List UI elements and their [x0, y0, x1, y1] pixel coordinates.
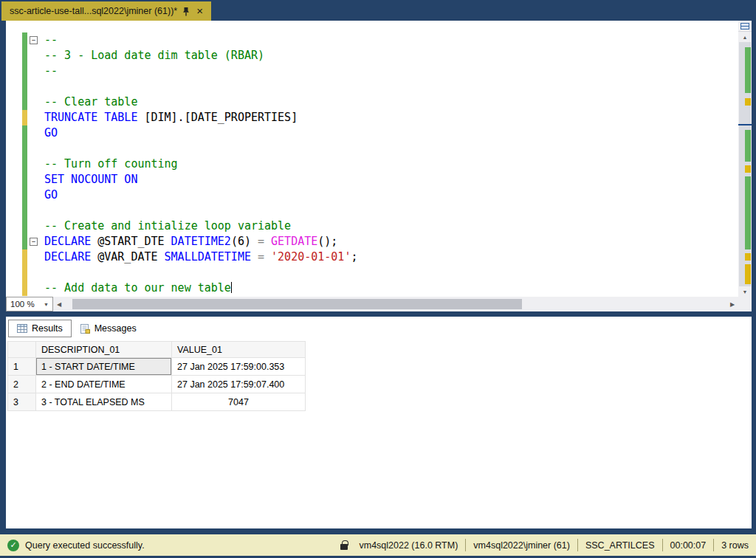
column-header-value[interactable]: VALUE_01 [172, 342, 306, 358]
zoom-value: 100 % [10, 300, 35, 309]
tab-messages[interactable]: Messages [72, 320, 145, 337]
code-line[interactable]: -- Clear table [6, 94, 738, 110]
status-divider [713, 539, 714, 551]
code-line[interactable]: −DECLARE @START_DTE DATETIME2(6) = GETDA… [6, 234, 738, 249]
change-track-mark [22, 94, 27, 110]
scroll-down-icon[interactable]: ▼ [738, 286, 752, 297]
status-divider [662, 539, 663, 551]
success-check-icon: ✓ [7, 540, 19, 551]
code-line[interactable] [6, 141, 738, 156]
scroll-right-icon[interactable]: ▶ [726, 301, 738, 308]
change-track-mark [22, 63, 27, 79]
fold-margin [27, 265, 40, 280]
code-line[interactable]: -- 3 - Load date dim table (RBAR) [6, 48, 738, 63]
code-line[interactable]: −-- [6, 32, 738, 48]
fold-margin [27, 218, 40, 234]
cell-description[interactable]: 1 - START DATE/TIME [36, 358, 172, 376]
cell-value[interactable]: 27 Jan 2025 17:59:00.353 [172, 358, 306, 376]
query-editor: −---- 3 - Load date dim table (RBAR)----… [6, 21, 752, 311]
change-mark [745, 98, 751, 106]
row-number[interactable]: 1 [8, 358, 36, 376]
code-line[interactable] [6, 203, 738, 218]
column-header-description[interactable]: DESCRIPTION_01 [36, 342, 172, 358]
code-line[interactable]: -- Add data to our new table [6, 280, 738, 296]
code-text: GO [40, 187, 58, 203]
code-text: -- Turn off counting [40, 156, 178, 172]
code-text: -- 3 - Load date dim table (RBAR) [40, 48, 264, 63]
code-text: -- [40, 32, 58, 48]
code-text: SET NOCOUNT ON [40, 172, 137, 187]
fold-margin [27, 280, 40, 296]
code-text: -- Add data to our new table [40, 280, 232, 296]
fold-margin [27, 141, 40, 156]
tab-messages-label: Messages [94, 323, 137, 334]
code-line[interactable] [6, 265, 738, 280]
horizontal-scrollbar-row: 100 % ▼ ◀ ▶ [6, 297, 752, 311]
pin-icon[interactable] [182, 7, 190, 16]
change-mark [745, 176, 751, 249]
code-line[interactable]: GO [6, 187, 738, 203]
code-line[interactable]: SET NOCOUNT ON [6, 172, 738, 187]
ssms-window: ssc-article-use-tall...sql2022\jminer (6… [0, 0, 756, 558]
status-database: SSC_ARTILCES [585, 540, 655, 551]
change-track-mark [22, 218, 27, 234]
scroll-left-icon[interactable]: ◀ [53, 301, 65, 308]
fold-margin [27, 63, 40, 79]
fold-collapse-icon[interactable]: − [30, 36, 38, 44]
document-tab-title: ssc-article-use-tall...sql2022\jminer (6… [10, 6, 177, 16]
scrollbar-corner [738, 297, 752, 311]
change-track-mark [22, 265, 27, 280]
cell-value[interactable]: 27 Jan 2025 17:59:07.400 [172, 376, 306, 393]
status-right-group: vm4sql2022 (16.0 RTM) vm4sql2022\jminer … [340, 539, 749, 551]
cell-value[interactable]: 7047 [172, 393, 306, 411]
code-text [40, 265, 44, 280]
vertical-scroll-track[interactable] [738, 42, 752, 286]
tab-results[interactable]: Results [8, 320, 72, 337]
table-row: 33 - TOTAL ELAPSED MS7047 [8, 393, 306, 411]
fold-margin [27, 203, 40, 218]
row-number[interactable]: 2 [8, 376, 36, 393]
code-line[interactable]: GO [6, 125, 738, 141]
scroll-up-icon[interactable]: ▲ [738, 32, 752, 42]
change-track-mark [22, 172, 27, 187]
code-line[interactable]: -- Turn off counting [6, 156, 738, 172]
status-row-count: 3 rows [721, 540, 749, 551]
fold-margin: − [27, 32, 40, 48]
results-grid-area: DESCRIPTION_01 VALUE_01 11 - START DATE/… [6, 337, 752, 411]
change-track-mark [22, 48, 27, 63]
status-divider [577, 539, 578, 551]
fold-margin [27, 156, 40, 172]
horizontal-scroll-thumb[interactable] [72, 299, 522, 309]
cell-description[interactable]: 3 - TOTAL ELAPSED MS [36, 393, 172, 411]
code-text: -- Clear table [40, 94, 137, 110]
cell-description[interactable]: 2 - END DATE/TIME [36, 376, 172, 393]
results-grid-icon [17, 324, 27, 333]
code-text [40, 203, 44, 218]
change-mark [745, 264, 751, 283]
code-text: DECLARE @VAR_DATE SMALLDATETIME = '2020-… [40, 249, 357, 265]
fold-margin [27, 125, 40, 141]
vertical-scrollbar[interactable]: ▲ ▼ [738, 21, 752, 297]
status-bar: ✓ Query executed successfully. vm4sql202… [0, 534, 756, 556]
code-line[interactable]: -- [6, 63, 738, 79]
fold-margin [27, 94, 40, 110]
change-track-mark [22, 32, 27, 48]
fold-collapse-icon[interactable]: − [30, 238, 38, 246]
caret-position-mark [738, 124, 752, 125]
row-number[interactable]: 3 [8, 393, 36, 411]
change-track-mark [22, 234, 27, 249]
change-track-mark [22, 249, 27, 265]
change-track-mark [22, 280, 27, 296]
code-line[interactable]: DECLARE @VAR_DATE SMALLDATETIME = '2020-… [6, 249, 738, 265]
splitter-handle-icon[interactable] [738, 21, 752, 32]
code-line[interactable]: -- Create and intialize loop variable [6, 218, 738, 234]
code-line[interactable] [6, 79, 738, 94]
code-line[interactable]: TRUNCATE TABLE [DIM].[DATE_PROPERTIES] [6, 110, 738, 125]
change-track-mark [22, 79, 27, 94]
horizontal-scroll-track[interactable] [65, 297, 726, 311]
code-lines[interactable]: −---- 3 - Load date dim table (RBAR)----… [6, 21, 738, 297]
grid-corner-cell[interactable] [8, 342, 36, 358]
zoom-select[interactable]: 100 % ▼ [6, 297, 53, 311]
document-tab[interactable]: ssc-article-use-tall...sql2022\jminer (6… [1, 1, 211, 21]
close-icon[interactable]: × [195, 6, 205, 16]
